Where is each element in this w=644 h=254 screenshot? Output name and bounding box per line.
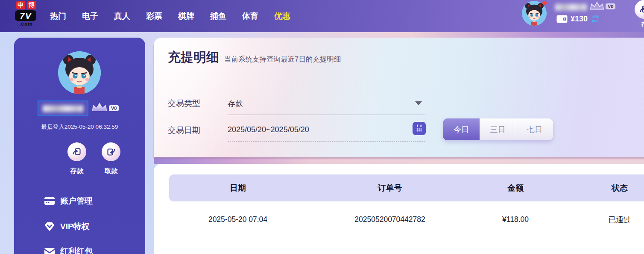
logo-badges: 申 博	[15, 1, 37, 9]
page-title: 充提明细	[168, 49, 219, 66]
cell-status: 已通过	[558, 215, 644, 225]
sidebar-item-account[interactable]: 账户管理	[44, 195, 93, 207]
gem-icon	[44, 222, 55, 232]
column-header-amount: 金额	[473, 183, 558, 194]
avatar-illustration	[58, 51, 101, 94]
deposit-arrow-icon	[639, 4, 644, 15]
sidebar: V0 最后登入2025-05-20 06:32:59 存款	[14, 38, 145, 254]
username-blurred	[43, 105, 83, 112]
sidebar-item-bonus[interactable]: 红利红包	[44, 246, 93, 254]
logo-7v-mark: 7V	[15, 10, 36, 21]
nav-item-slots[interactable]: 电子	[82, 11, 98, 22]
column-header-date: 日期	[169, 183, 307, 194]
wallet-row: ¥130	[556, 14, 600, 24]
records-panel: 日期 订单号 金额 状态 2025-05-20 07:04 2025052007…	[154, 164, 644, 254]
sidebar-item-label: 红利红包	[60, 246, 93, 254]
cell-amount: ¥118.00	[473, 215, 558, 224]
nav-menu: 热门 电子 真人 彩票 棋牌 捕鱼 体育 优惠	[50, 0, 290, 32]
deposit-arrow-icon	[67, 142, 86, 161]
crown-icon	[91, 102, 108, 113]
logo-domain: .com	[15, 21, 37, 27]
logo-badge-bo: 博	[27, 1, 36, 9]
column-header-order: 订单号	[307, 183, 473, 194]
transaction-type-select[interactable]	[228, 95, 426, 114]
filter-panel: 充提明细 当前系统支持查询最近7日的充提明细 交易类型 存款 交易日期 2025…	[154, 38, 644, 157]
range-7days-button[interactable]: 七日	[516, 118, 553, 140]
last-login-text: 最后登入2025-05-20 06:32:59	[14, 123, 145, 131]
nav-item-live[interactable]: 真人	[114, 11, 130, 22]
nav-item-sports[interactable]: 体育	[242, 11, 258, 22]
cell-date: 2025-05-20 07:04	[169, 215, 307, 224]
nav-item-fishing[interactable]: 捕鱼	[210, 11, 226, 22]
bank-card-icon	[44, 196, 55, 206]
vip-level-badge: V0	[606, 3, 615, 9]
transaction-date-value[interactable]: 2025/05/20~2025/05/20	[228, 125, 309, 134]
transaction-date-label: 交易日期	[168, 125, 200, 136]
transaction-type-label: 交易类型	[168, 98, 200, 109]
calendar-icon[interactable]	[413, 122, 426, 135]
balance-amount: ¥130	[571, 15, 588, 24]
page: 申 博 7V .com 热门 电子 真人 彩票 棋牌 捕鱼 体育 优惠	[0, 0, 644, 254]
nav-item-chess[interactable]: 棋牌	[178, 11, 194, 22]
sidebar-avatar	[58, 51, 101, 94]
crown-icon	[589, 1, 605, 11]
table-header-row: 日期 订单号 金额 状态	[169, 174, 644, 201]
nav-item-hot[interactable]: 热门	[50, 11, 66, 22]
brand-logo[interactable]: 申 博 7V .com	[15, 1, 37, 27]
refresh-icon[interactable]	[591, 14, 600, 24]
floating-deposit-label: 存	[635, 21, 644, 28]
vip-level-badge: V0	[109, 105, 119, 111]
date-range-segmented-control: 今日 三日 七日	[443, 118, 553, 140]
sidebar-item-vip[interactable]: VIP特权	[44, 221, 90, 232]
sidebar-item-label: VIP特权	[60, 221, 90, 232]
quick-withdraw-button[interactable]: 取款	[93, 142, 129, 176]
column-header-status: 状态	[558, 183, 644, 194]
nav-item-lottery[interactable]: 彩票	[146, 11, 162, 22]
table-row: 2025-05-20 07:04 20250520070442782 ¥118.…	[169, 201, 644, 238]
title-row: 充提明细 当前系统支持查询最近7日的充提明细	[168, 49, 341, 66]
quick-withdraw-label: 取款	[105, 167, 118, 176]
sidebar-item-label: 账户管理	[60, 195, 93, 207]
withdraw-arrow-icon	[102, 142, 120, 161]
username-box	[38, 100, 88, 116]
top-nav: 申 博 7V .com 热门 电子 真人 彩票 棋牌 捕鱼 体育 优惠	[0, 0, 644, 32]
red-packet-icon	[44, 247, 55, 254]
divider-dashed	[228, 141, 425, 142]
wallet-icon	[556, 15, 568, 23]
logo-badge-shen: 申	[16, 1, 25, 9]
background-band	[154, 157, 644, 164]
quick-deposit-label: 存款	[70, 167, 84, 176]
notification-dot	[542, 1, 547, 5]
username-blurred	[555, 4, 587, 11]
range-3days-button[interactable]: 三日	[480, 118, 516, 140]
chevron-down-icon[interactable]	[415, 101, 422, 105]
divider	[228, 115, 425, 115]
page-subtitle: 当前系统支持查询最近7日的充提明细	[224, 55, 341, 64]
quick-deposit-button[interactable]: 存款	[59, 142, 95, 176]
nav-item-promos[interactable]: 优惠	[274, 11, 290, 22]
range-today-button[interactable]: 今日	[443, 118, 480, 140]
cell-order-number: 20250520070442782	[307, 215, 473, 224]
